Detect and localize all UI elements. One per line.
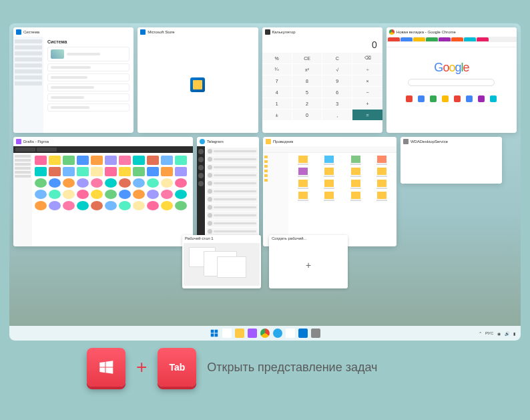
- figma-canvas: [32, 153, 193, 246]
- window-header: WDADesktopService: [401, 137, 502, 146]
- volume-icon[interactable]: 🔊: [505, 331, 509, 336]
- figma-sidebar: [13, 153, 32, 246]
- settings-sidebar: [13, 37, 43, 133]
- chrome-ntp: Google: [386, 47, 517, 102]
- window-header: Проводник: [263, 137, 396, 146]
- taskbar-start-icon[interactable]: [210, 329, 219, 338]
- calc-button: √: [322, 64, 352, 75]
- calc-button: 9: [322, 75, 352, 86]
- calc-button: 3: [322, 98, 352, 109]
- taskbar-chrome-icon[interactable]: [260, 329, 270, 338]
- search-input: [408, 79, 495, 86]
- window-body: [197, 146, 259, 246]
- new-desktop-label: Создать рабочий...: [269, 235, 348, 242]
- window-thumb-store[interactable]: Microsoft Store: [138, 27, 258, 133]
- windows-row-1: Система Система: [13, 27, 517, 133]
- window-body: [263, 146, 396, 246]
- calc-button: %: [262, 53, 292, 63]
- calc-button: 8: [292, 75, 322, 86]
- hotkey-hint: + Tab Открыть представление задач: [87, 348, 377, 387]
- store-app-icon: [190, 77, 205, 92]
- telegram-icon: [200, 139, 205, 144]
- calc-button: ±: [262, 110, 292, 120]
- window-header: Drafts - Figma: [13, 137, 193, 146]
- calc-button: C: [322, 53, 352, 63]
- explorer-icon: [266, 139, 271, 144]
- window-header: Новая вкладка - Google Chrome: [386, 27, 517, 37]
- taskbar-figma-icon[interactable]: [248, 329, 257, 338]
- window-thumb-chrome[interactable]: Новая вкладка - Google Chrome Google: [386, 27, 517, 133]
- window-title: Система: [23, 30, 39, 34]
- window-header: Калькулятор: [262, 27, 382, 37]
- calc-button: x²: [292, 64, 322, 75]
- chrome-tabstrip: [386, 37, 517, 42]
- language-indicator[interactable]: РУС: [485, 331, 493, 335]
- taskbar-settings-icon[interactable]: [311, 329, 320, 338]
- window-title: Калькулятор: [272, 30, 296, 34]
- taskbar: ^ РУС ◉ 🔊 ▮: [9, 326, 521, 341]
- calc-button: ¹⁄ₓ: [262, 64, 292, 75]
- calc-button: =: [352, 110, 382, 120]
- telegram-rail: [197, 146, 205, 246]
- desktop-label: Рабочий стол 1: [182, 235, 261, 242]
- app-icon: [403, 139, 409, 144]
- window-header: Система: [13, 27, 134, 37]
- calc-button: 7: [262, 75, 292, 86]
- window-thumb-wda[interactable]: WDADesktopService: [401, 137, 502, 184]
- calc-button: ,: [322, 110, 352, 120]
- calc-button: −: [352, 87, 382, 97]
- windows-key: [87, 348, 125, 387]
- explorer-sidebar: [263, 153, 288, 246]
- settings-icon: [16, 29, 21, 35]
- taskbar-explorer-icon[interactable]: [235, 329, 244, 338]
- window-title: Telegram: [207, 140, 224, 144]
- store-icon: [140, 29, 146, 35]
- taskbar-store-icon[interactable]: [298, 329, 308, 338]
- calc-button: 5: [292, 87, 322, 97]
- calc-keypad: %CEC⌫¹⁄ₓx²√÷789×456−123+±0,=: [262, 53, 382, 120]
- window-header: Microsoft Store: [138, 27, 258, 37]
- window-thumb-explorer[interactable]: Проводник: [263, 137, 396, 246]
- window-body: [13, 146, 193, 246]
- taskbar-telegram-icon[interactable]: [273, 329, 282, 338]
- settings-main: Система: [43, 37, 134, 133]
- task-view-container: Система Система: [13, 27, 517, 322]
- taskbar-tray[interactable]: ^ РУС ◉ 🔊 ▮: [479, 331, 515, 336]
- task-view-desktop: Система Система: [9, 23, 521, 341]
- window-thumb-figma[interactable]: Drafts - Figma: [13, 137, 193, 246]
- window-body: Система: [13, 37, 134, 133]
- chrome-icon: [389, 29, 394, 35]
- explorer-files: [288, 153, 396, 246]
- calc-button: CE: [292, 53, 322, 63]
- figma-icon: [16, 139, 21, 144]
- taskbar-search-icon[interactable]: [222, 329, 232, 338]
- chrome-shortcuts: [401, 95, 501, 102]
- window-title: WDADesktopService: [411, 140, 448, 144]
- plus-icon: +: [269, 242, 348, 288]
- window-thumb-settings[interactable]: Система Система: [13, 27, 134, 133]
- window-body: [401, 146, 502, 184]
- taskbar-calc-icon[interactable]: [286, 329, 295, 338]
- new-desktop-button[interactable]: Создать рабочий... +: [269, 235, 348, 288]
- window-thumb-calculator[interactable]: Калькулятор 0 %CEC⌫¹⁄ₓx²√÷789×456−123+±0…: [262, 27, 382, 133]
- desktop-thumb-1[interactable]: Рабочий стол 1: [182, 235, 261, 288]
- window-title: Новая вкладка - Google Chrome: [396, 30, 456, 34]
- hotkey-description: Открыть представление задач: [207, 361, 377, 375]
- battery-icon[interactable]: ▮: [513, 331, 515, 336]
- settings-title: Система: [47, 39, 129, 44]
- calc-button: ÷: [352, 64, 382, 75]
- window-body: Google: [386, 37, 517, 133]
- chevron-up-icon[interactable]: ^: [479, 331, 481, 335]
- calc-button: 2: [292, 98, 322, 109]
- tab-key: Tab: [158, 348, 196, 387]
- windows-row-2: Drafts - Figma: [13, 137, 517, 246]
- window-title: Проводник: [273, 140, 293, 144]
- figma-tabbar: [13, 146, 193, 153]
- calc-button: ⌫: [352, 53, 382, 63]
- window-thumb-telegram[interactable]: Telegram: [197, 137, 259, 246]
- calc-button: 1: [262, 98, 292, 109]
- wifi-icon[interactable]: ◉: [497, 331, 501, 336]
- telegram-chatlist: [205, 146, 259, 246]
- window-body: 0 %CEC⌫¹⁄ₓx²√÷789×456−123+±0,=: [262, 37, 382, 133]
- explorer-toolbar: [263, 146, 396, 153]
